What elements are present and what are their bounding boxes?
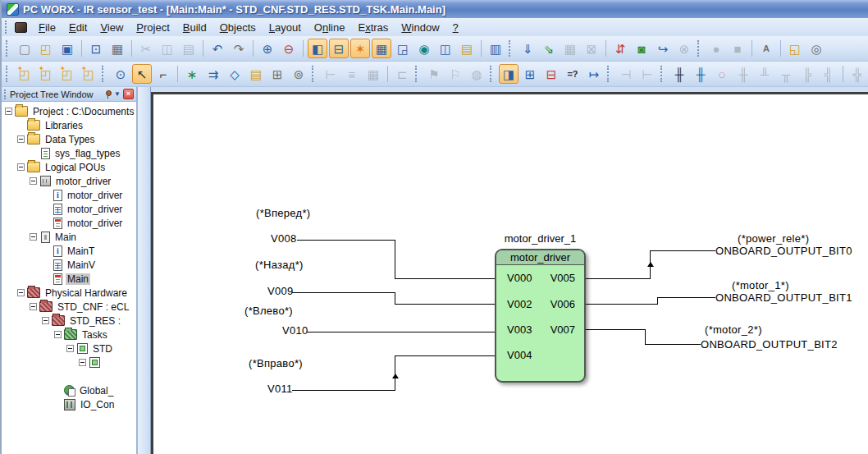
expand-collapse-toggle[interactable] bbox=[30, 177, 37, 185]
dock-menu-icon[interactable]: ▼ bbox=[114, 91, 121, 98]
tree-item[interactable]: Project : C:\Documents a bbox=[2, 104, 136, 118]
tree-item[interactable]: Libraries bbox=[2, 118, 136, 132]
wire-segment[interactable] bbox=[395, 304, 498, 305]
toolbar-item[interactable] bbox=[6, 66, 11, 82]
wire-segment[interactable] bbox=[645, 329, 646, 345]
output-variable[interactable]: ONBOARD_OUTPUT_BIT0 bbox=[715, 245, 852, 257]
tree-item[interactable]: MainV bbox=[2, 258, 136, 272]
project-tree-window-header[interactable]: Project Tree Window ▼ × bbox=[2, 87, 136, 102]
insert-program-button[interactable]: ◰ bbox=[36, 64, 56, 84]
toolbar-item[interactable] bbox=[203, 40, 203, 57]
input-comment[interactable]: (*Влево*) bbox=[244, 305, 293, 317]
align-horizontal-button[interactable]: ⊢ bbox=[321, 64, 340, 84]
menu-item[interactable]: File bbox=[32, 20, 62, 35]
toolbar-item[interactable] bbox=[81, 40, 82, 57]
contact-serial-button[interactable]: ╫ bbox=[733, 64, 753, 84]
tree-item[interactable]: Logical POUs bbox=[2, 160, 136, 174]
insert-function-button[interactable]: ◰ bbox=[57, 64, 77, 84]
flag-clear-button[interactable]: ⚐ bbox=[445, 64, 465, 84]
address-help-button[interactable]: =? bbox=[563, 64, 582, 84]
menu-item[interactable]: Edit bbox=[62, 20, 94, 35]
function-block-motor-driver-1[interactable]: motor_driver_1 motor_driver V000 V002 V0… bbox=[495, 232, 586, 383]
coil-up-button[interactable]: ╨ bbox=[755, 64, 774, 84]
wire-segment[interactable] bbox=[292, 292, 395, 293]
toolbar-item[interactable] bbox=[102, 66, 107, 82]
print-preview-button[interactable]: ⊡ bbox=[86, 39, 106, 58]
wire-segment[interactable] bbox=[395, 292, 395, 305]
debug-select-button[interactable]: ↦ bbox=[584, 64, 604, 84]
fb-output-pin[interactable]: V007 bbox=[550, 323, 575, 336]
reroute-button[interactable]: ⊏ bbox=[392, 64, 412, 84]
input-variable[interactable]: V008 bbox=[271, 232, 297, 245]
output-comment[interactable]: (*power_rele*) bbox=[738, 232, 809, 245]
expand-collapse-toggle[interactable] bbox=[79, 359, 86, 366]
wire-segment[interactable] bbox=[395, 278, 498, 279]
tree-item[interactable]: sys_flag_types bbox=[2, 146, 136, 160]
cancel-download-button[interactable]: ⊗ bbox=[674, 39, 694, 58]
toolbar-item[interactable] bbox=[509, 40, 514, 57]
tree-item[interactable] bbox=[2, 369, 136, 383]
insert-label-right-button[interactable]: ⊢ bbox=[637, 64, 657, 84]
fb-body[interactable]: motor_driver V000 V002 V003 V004 V005 V0… bbox=[495, 249, 586, 383]
output-comment[interactable]: (*motor_1*) bbox=[732, 279, 789, 291]
message-window-toggle[interactable]: ⊟ bbox=[329, 39, 349, 58]
menubar-grip[interactable] bbox=[5, 21, 10, 33]
toolbar-item[interactable] bbox=[481, 40, 482, 57]
coil-down-button[interactable]: ╥ bbox=[776, 64, 796, 84]
arrange-windows-button[interactable]: ◱ bbox=[785, 39, 805, 58]
edit-wizard-panel-button[interactable]: ▥ bbox=[486, 39, 505, 58]
menu-item[interactable]: Project bbox=[130, 20, 176, 35]
toolbar-item[interactable] bbox=[387, 66, 388, 82]
make-button[interactable]: ⇘ bbox=[539, 39, 559, 58]
pin-icon[interactable] bbox=[104, 89, 112, 99]
input-comment[interactable]: (*Вправо*) bbox=[249, 357, 303, 369]
toolbar-item[interactable] bbox=[6, 40, 11, 57]
toolbar-item[interactable] bbox=[697, 40, 702, 57]
wire-segment[interactable] bbox=[645, 344, 701, 345]
text-note-button[interactable]: ▤ bbox=[246, 64, 266, 84]
print-button[interactable]: ▦ bbox=[107, 39, 127, 58]
edit-wizard-toggle[interactable]: ✶ bbox=[350, 39, 370, 58]
fb-input-pin[interactable]: V004 bbox=[507, 349, 532, 361]
menu-item[interactable]: View bbox=[94, 20, 130, 35]
io-monitor-button[interactable]: ⊟ bbox=[541, 64, 561, 84]
toolbar-item[interactable] bbox=[490, 66, 495, 82]
download-changes-button[interactable]: ↪ bbox=[653, 39, 673, 58]
debug-start-button[interactable]: ● bbox=[706, 39, 726, 58]
close-icon[interactable]: × bbox=[123, 89, 134, 99]
tree-item[interactable]: Physical Hardware bbox=[2, 286, 136, 300]
output-variable[interactable]: ONBOARD_OUTPUT_BIT2 bbox=[701, 338, 838, 351]
expand-collapse-toggle[interactable] bbox=[17, 289, 25, 296]
insert-coil-button[interactable]: ◌ bbox=[712, 64, 732, 84]
tree-item[interactable]: IO_Con bbox=[2, 397, 136, 411]
menu-item[interactable]: Layout bbox=[263, 20, 308, 35]
insert-network-button[interactable]: ╬ bbox=[847, 64, 867, 84]
expand-collapse-toggle[interactable] bbox=[30, 233, 37, 241]
cross-references-toggle[interactable]: ▦ bbox=[372, 39, 391, 58]
tree-item[interactable]: STD_RES : bbox=[2, 314, 136, 328]
toolbar-item[interactable] bbox=[415, 66, 420, 82]
toolbar-item[interactable] bbox=[253, 40, 254, 57]
negate-tool-button[interactable]: ◇ bbox=[225, 64, 244, 84]
tree-item[interactable]: STD bbox=[2, 342, 136, 355]
fb-output-pin[interactable]: V006 bbox=[550, 298, 575, 310]
menu-item[interactable]: Online bbox=[308, 20, 352, 35]
wire-segment[interactable] bbox=[292, 390, 395, 391]
menu-item[interactable]: ? bbox=[446, 20, 465, 35]
debug-stop-button[interactable]: ■ bbox=[728, 39, 747, 58]
output-variable[interactable]: ONBOARD_OUTPUT_BIT1 bbox=[715, 291, 852, 304]
menu-item[interactable]: Extras bbox=[351, 20, 395, 35]
output-comment[interactable]: (*motor_2*) bbox=[705, 323, 762, 336]
open-project-button[interactable]: ◰ bbox=[36, 39, 56, 58]
copy-button[interactable]: ◫ bbox=[158, 39, 177, 58]
toolbar-item[interactable] bbox=[605, 40, 606, 57]
tree-item[interactable]: motor_driver bbox=[2, 202, 136, 216]
fb-input-pin[interactable]: V000 bbox=[507, 272, 532, 284]
tree-item[interactable]: Data Types bbox=[2, 132, 136, 146]
toolbar-item[interactable] bbox=[131, 40, 132, 57]
fbd-worksheet-canvas[interactable]: (*Вперед*) V008 (*Назад*) V009 (*Влево*)… bbox=[151, 92, 868, 454]
preview-window-button[interactable]: ◲ bbox=[393, 39, 413, 58]
toolbar-item[interactable] bbox=[312, 66, 317, 82]
contact-left-button[interactable]: ╠ bbox=[797, 64, 817, 84]
paste-button[interactable]: ▤ bbox=[179, 39, 199, 58]
